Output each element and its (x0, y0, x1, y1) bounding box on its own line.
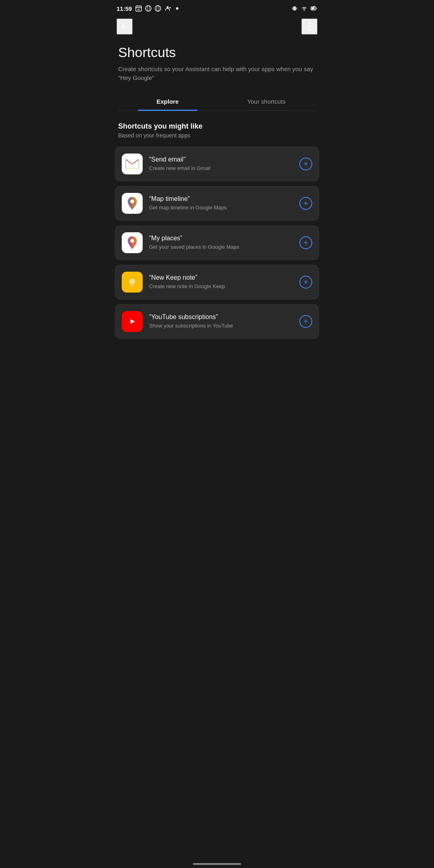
shortcut-desc-new-keep-note: Create new note in Google Keep (149, 283, 295, 290)
svg-rect-3 (136, 7, 141, 8)
main-content: Shortcuts you might like Based on your f… (108, 111, 326, 355)
shortcut-title-map-timeline: “Map timeline” (149, 195, 295, 203)
battery-icon (310, 5, 317, 12)
svg-point-24 (130, 199, 134, 203)
shortcut-title-youtube-subscriptions: “YouTube subscriptions” (149, 313, 295, 321)
svg-point-5 (145, 6, 151, 11)
status-bar: 11:59 31 (108, 0, 326, 15)
svg-rect-1 (137, 6, 138, 7)
shortcut-desc-my-places: Get your saved places in Google Maps (149, 244, 295, 251)
shortcut-title-my-places: “My places” (149, 235, 295, 242)
plus-icon: + (303, 278, 308, 286)
svg-point-25 (130, 239, 134, 243)
top-nav (108, 15, 326, 41)
add-shortcut-new-keep-note[interactable]: + (299, 276, 312, 289)
svg-rect-15 (297, 7, 297, 10)
shortcut-desc-map-timeline: Get map timeline in Google Maps (149, 204, 295, 211)
shortcut-card-youtube-subscriptions[interactable]: “YouTube subscriptions” Show your subscr… (115, 304, 319, 339)
gmail-app-icon (122, 154, 143, 174)
shortcut-info-map-timeline: “Map timeline” Get map timeline in Googl… (149, 195, 295, 211)
shortcut-desc-youtube-subscriptions: Show your subscriptions in YouTube (149, 322, 295, 330)
svg-rect-18 (316, 8, 317, 9)
shortcut-info-new-keep-note: “New Keep note” Create new note in Googl… (149, 274, 295, 290)
svg-point-12 (176, 7, 178, 10)
add-shortcut-youtube-subscriptions[interactable]: + (299, 315, 312, 328)
svg-point-8 (157, 6, 159, 11)
plus-icon: + (303, 317, 308, 326)
vibrate-icon (291, 5, 298, 12)
shortcut-info-my-places: “My places” Get your saved places in Goo… (149, 235, 295, 251)
status-left-icons: 31 (135, 5, 181, 12)
shortcut-info-send-email: “Send email” Create new email in Gmail (149, 156, 295, 172)
page-subtitle: Create shortcuts so your Assistant can h… (118, 65, 316, 83)
svg-point-6 (147, 6, 149, 11)
maps-app-icon-1 (122, 193, 143, 214)
tabs-container: Explore Your shortcuts (118, 92, 316, 111)
status-time: 11:59 (117, 5, 132, 12)
shortcut-card-new-keep-note[interactable]: “New Keep note” Create new note in Googl… (115, 265, 319, 299)
maps-app-icon-2 (122, 232, 143, 253)
svg-rect-13 (293, 6, 296, 10)
page-header: Shortcuts Create shortcuts so your Assis… (108, 41, 326, 92)
calendar-31-icon: 31 (135, 5, 142, 12)
svg-rect-2 (140, 6, 141, 7)
xbox-icon (145, 5, 152, 12)
section-subtitle: Based on your frequent apps (115, 132, 319, 139)
shortcut-title-send-email: “Send email” (149, 156, 295, 163)
more-options-button[interactable] (301, 18, 317, 35)
shortcut-title-new-keep-note: “New Keep note” (149, 274, 295, 281)
plus-icon: + (303, 199, 308, 207)
dot-status-icon (174, 5, 181, 12)
back-button[interactable] (117, 18, 133, 35)
svg-point-11 (170, 7, 171, 8)
add-shortcut-map-timeline[interactable]: + (299, 197, 312, 210)
add-shortcut-send-email[interactable]: + (299, 158, 312, 170)
status-left: 11:59 31 (117, 5, 181, 12)
page-title: Shortcuts (118, 44, 316, 61)
tab-your-shortcuts[interactable]: Your shortcuts (217, 92, 316, 111)
shortcut-card-my-places[interactable]: “My places” Get your saved places in Goo… (115, 225, 319, 260)
section-title: Shortcuts you might like (115, 122, 319, 131)
wifi-icon (301, 5, 308, 12)
add-shortcut-my-places[interactable]: + (299, 236, 312, 249)
plus-icon: + (303, 160, 308, 168)
tab-explore[interactable]: Explore (118, 92, 217, 111)
plus-icon: + (303, 239, 308, 247)
status-right-icons (291, 5, 317, 12)
shortcut-card-map-timeline[interactable]: “Map timeline” Get map timeline in Googl… (115, 186, 319, 221)
shortcut-card-send-email[interactable]: “Send email” Create new email in Gmail + (115, 147, 319, 181)
keep-app-icon (122, 272, 143, 293)
shortcut-info-youtube-subscriptions: “YouTube subscriptions” Show your subscr… (149, 313, 295, 330)
notification-icon (164, 5, 171, 12)
more-dots-icon (309, 23, 310, 31)
svg-rect-30 (131, 284, 133, 286)
youtube-app-icon (122, 311, 143, 332)
svg-point-7 (155, 6, 161, 11)
svg-point-16 (304, 10, 305, 10)
svg-rect-14 (292, 7, 293, 10)
svg-point-9 (167, 6, 169, 8)
svg-text:31: 31 (137, 8, 140, 11)
xbox-alt-icon (154, 5, 162, 12)
shortcut-desc-send-email: Create new email in Gmail (149, 165, 295, 172)
